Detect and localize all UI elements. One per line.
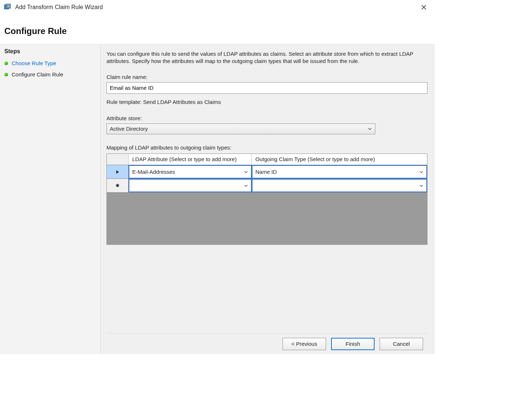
svg-point-2 (7, 5, 9, 7)
cancel-button[interactable]: Cancel (380, 338, 423, 350)
step-bullet-icon (4, 62, 8, 65)
wizard-footer: < Previous Finish Cancel (106, 333, 429, 354)
previous-button[interactable]: < Previous (283, 338, 326, 350)
step-choose-rule-type[interactable]: Choose Rule Type (0, 58, 100, 69)
mapping-grid: LDAP Attribute (Select or type to add mo… (106, 154, 427, 245)
step-label: Configure Claim Rule (12, 71, 63, 77)
content-panel: You can configure this rule to send the … (101, 45, 435, 354)
new-row-icon: ✱ (116, 183, 120, 188)
claim-rule-name-label: Claim rule name: (106, 74, 429, 80)
instruction-text: You can configure this rule to send the … (106, 50, 425, 65)
page-title: Configure Rule (0, 14, 435, 44)
attribute-store-value: Active Directory (110, 126, 148, 132)
column-header-ldap[interactable]: LDAP Attribute (Select or type to add mo… (129, 154, 252, 165)
row-selector[interactable] (107, 165, 129, 178)
attribute-store-select[interactable]: Active Directory (106, 123, 375, 134)
grid-header-row: LDAP Attribute (Select or type to add mo… (107, 154, 427, 165)
grid-row: E-Mail-Addresses Name ID (107, 165, 427, 179)
rule-template-text: Rule template: Send LDAP Attributes as C… (106, 99, 429, 105)
mapping-label: Mapping of LDAP attributes to outgoing c… (106, 144, 429, 151)
outgoing-claim-value: Name ID (255, 169, 277, 175)
window-title: Add Transform Claim Rule Wizard (15, 4, 103, 10)
ldap-attribute-value: E-Mail-Addresses (132, 169, 175, 175)
chevron-down-icon (368, 127, 372, 131)
grid-corner-cell (107, 154, 129, 165)
step-bullet-icon (4, 73, 8, 76)
attribute-store-label: Attribute store: (106, 115, 429, 121)
steps-heading: Steps (0, 45, 100, 58)
steps-sidebar: Steps Choose Rule Type Configure Claim R… (0, 45, 101, 354)
ldap-attribute-cell[interactable]: E-Mail-Addresses (129, 165, 252, 178)
chevron-down-icon (419, 184, 423, 188)
current-row-icon (116, 170, 120, 174)
title-bar: Add Transform Claim Rule Wizard (0, 0, 435, 14)
app-icon (4, 3, 12, 11)
step-label: Choose Rule Type (12, 60, 56, 66)
step-configure-claim-rule[interactable]: Configure Claim Rule (0, 69, 100, 80)
row-selector[interactable]: ✱ (107, 179, 129, 192)
outgoing-claim-cell[interactable]: Name ID (252, 165, 427, 178)
column-header-claim[interactable]: Outgoing Claim Type (Select or type to a… (252, 154, 427, 165)
close-icon[interactable] (417, 2, 431, 13)
finish-button[interactable]: Finish (331, 338, 375, 350)
grid-row: ✱ (107, 179, 427, 193)
claim-rule-name-input[interactable] (106, 82, 427, 94)
chevron-down-icon (244, 170, 248, 174)
ldap-attribute-cell[interactable] (129, 179, 252, 192)
chevron-down-icon (244, 184, 248, 188)
outgoing-claim-cell[interactable] (252, 179, 427, 192)
chevron-down-icon (419, 170, 423, 174)
